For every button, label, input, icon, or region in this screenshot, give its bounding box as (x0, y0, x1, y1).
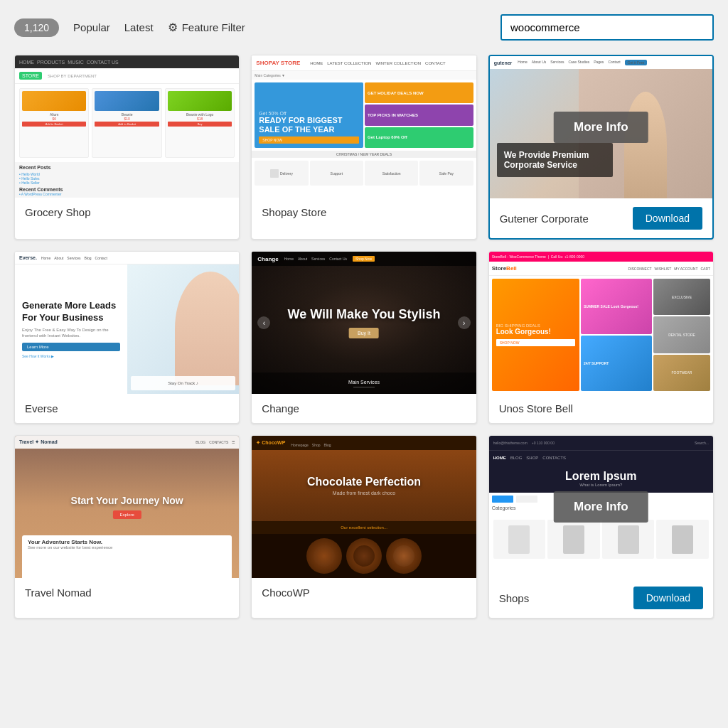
choco-sec-title: Our excellent selection... (256, 524, 471, 531)
card-thumbnail-change: Change HomeAboutServicesContact Us Shop … (252, 252, 476, 394)
theme-grid: HOMEPRODUCTSMUSICCONTACT US STORE SHOP B… (14, 55, 714, 619)
card-footer-gutener: Gutener Corporate Download (490, 198, 712, 238)
card-footer-change: Change (252, 394, 476, 423)
card-title-choco: ChocoWP (262, 587, 310, 599)
card-shopay-store: SHOPAY STORE HOMELATEST COLLECTIONWINTER… (251, 55, 476, 240)
card-travel-nomad: Travel ✦ Nomad BLOG CONTACTS ☰ Start You… (14, 435, 240, 619)
card-grocery-shop: HOMEPRODUCTSMUSICCONTACT US STORE SHOP B… (14, 55, 240, 240)
travel-card-sub: See more on our website for best experie… (28, 545, 226, 550)
card-title-travel: Travel Nomad (25, 587, 92, 599)
card-footer-grocery: Grocery Shop (15, 198, 239, 227)
gear-icon: ⚙ (168, 21, 178, 34)
choco-big-text: Chocolate Perfection (307, 476, 421, 488)
card-footer-unos: Unos Store Bell (489, 394, 713, 423)
card-gutener-corporate: gutener HomeAbout UsServicesCase Studies… (488, 55, 714, 240)
travel-card-title: Your Adventure Starts Now. (28, 539, 226, 545)
shops-sub: What is Lorem Ipsum? (579, 483, 622, 487)
latest-link[interactable]: Latest (124, 21, 154, 33)
travel-cta[interactable]: Explore (112, 510, 141, 519)
card-thumbnail-shopay: SHOPAY STORE HOMELATEST COLLECTIONWINTER… (252, 55, 476, 198)
top-bar: 1,120 Popular Latest ⚙ Feature Filter (14, 14, 714, 41)
everse-headline: Generate More Leads For Your Business (22, 300, 120, 324)
card-footer-choco: ChocoWP (252, 578, 476, 607)
more-info-overlay-shops[interactable]: More Info (554, 491, 648, 523)
travel-tagline: Start Your Journey Now (71, 495, 183, 506)
card-everse: Everse. HomeAboutServicesBlogContact Gen… (14, 251, 240, 424)
change-center-text: We Will Make You Stylish (286, 307, 443, 322)
feature-filter-label: Feature Filter (182, 21, 245, 33)
popular-link[interactable]: Popular (73, 21, 110, 33)
card-thumbnail-unos: StoreBell - WooCommerce Theme | Call Us:… (489, 252, 713, 394)
card-thumbnail-travel: Travel ✦ Nomad BLOG CONTACTS ☰ Start You… (15, 436, 239, 578)
card-thumbnail-choco: ✦ ChocoWP HomepageShopBlog Chocolate Per… (252, 436, 476, 578)
more-info-overlay-gutener[interactable]: More Info (554, 112, 648, 143)
feature-filter[interactable]: ⚙ Feature Filter (168, 21, 245, 34)
card-chocowp: ✦ ChocoWP HomepageShopBlog Chocolate Per… (251, 435, 476, 619)
card-title-unos: Unos Store Bell (499, 402, 573, 414)
card-title-change: Change (262, 402, 299, 414)
gutener-headline: We Provide Premium Corporate Service (504, 150, 606, 170)
card-title-grocery: Grocery Shop (25, 206, 91, 218)
card-footer-everse: Everse (15, 394, 239, 423)
everse-sub: Enjoy The Free & Easy Way To Design on t… (22, 327, 120, 339)
card-shops: hello@thistheme.com +0 110 000 00 Search… (488, 435, 714, 619)
card-thumbnail-everse: Everse. HomeAboutServicesBlogContact Gen… (15, 252, 239, 394)
count-badge: 1,120 (14, 18, 59, 37)
card-footer-travel: Travel Nomad (15, 578, 239, 607)
card-title-shops: Shops (499, 592, 530, 604)
shops-lorem-ipsum: Lorem Ipsum (565, 470, 636, 483)
download-button-shops[interactable]: Download (633, 587, 703, 609)
card-title-everse: Everse (25, 402, 58, 414)
card-thumbnail-gutener: gutener HomeAbout UsServicesCase Studies… (490, 56, 712, 198)
card-thumbnail-grocery: HOMEPRODUCTSMUSICCONTACT US STORE SHOP B… (15, 55, 239, 198)
change-cta-button[interactable]: Buy It (349, 328, 379, 338)
card-footer-shopay: Shopay Store (252, 198, 476, 227)
download-button-gutener[interactable]: Download (633, 207, 702, 230)
card-title-shopay: Shopay Store (262, 206, 326, 218)
card-unos-store-bell: StoreBell - WooCommerce Theme | Call Us:… (488, 251, 714, 424)
card-title-gutener: Gutener Corporate (500, 213, 589, 225)
card-footer-shops: Shops Download (489, 578, 713, 618)
card-change: Change HomeAboutServicesContact Us Shop … (251, 251, 476, 424)
search-input[interactable] (500, 14, 714, 41)
card-thumbnail-shops: hello@thistheme.com +0 110 000 00 Search… (489, 436, 713, 578)
